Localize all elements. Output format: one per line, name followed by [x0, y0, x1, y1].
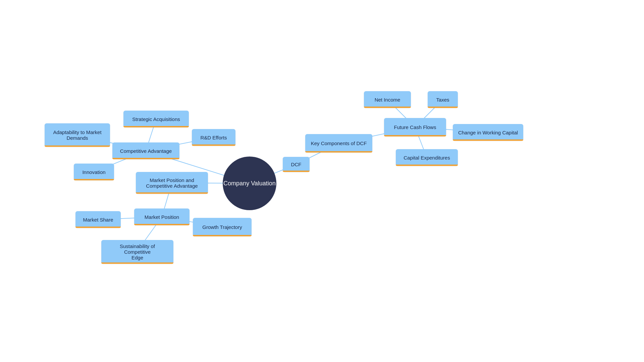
node-dcf[interactable]: DCF [283, 157, 310, 172]
node-market-position-competitive[interactable]: Market Position and Competitive Advantag… [136, 172, 208, 194]
node-market-share[interactable]: Market Share [75, 211, 121, 228]
node-capital-expenditures[interactable]: Capital Expenditures [396, 149, 458, 166]
node-taxes[interactable]: Taxes [428, 91, 458, 108]
mind-map-canvas: Company ValuationAdaptability to Market … [0, 0, 644, 362]
node-key-components[interactable]: Key Components of DCF [305, 134, 372, 153]
node-adaptability[interactable]: Adaptability to Market Demands [45, 123, 110, 147]
node-market-position[interactable]: Market Position [134, 208, 190, 225]
node-rd-efforts[interactable]: R&D Efforts [192, 129, 235, 146]
node-competitive-advantage[interactable]: Competitive Advantage [112, 142, 179, 159]
node-growth-trajectory[interactable]: Growth Trajectory [193, 218, 252, 236]
node-future-cash-flows[interactable]: Future Cash Flows [384, 118, 446, 136]
node-change-working-capital[interactable]: Change in Working Capital [453, 124, 523, 141]
node-net-income[interactable]: Net Income [364, 91, 411, 108]
connections-svg [0, 0, 644, 362]
node-sustainability[interactable]: Sustainability of Competitive Edge [101, 240, 173, 264]
node-strategic-acquisitions[interactable]: Strategic Acquisitions [123, 111, 189, 127]
node-innovation[interactable]: Innovation [74, 164, 114, 180]
center-node[interactable]: Company Valuation [223, 157, 276, 210]
